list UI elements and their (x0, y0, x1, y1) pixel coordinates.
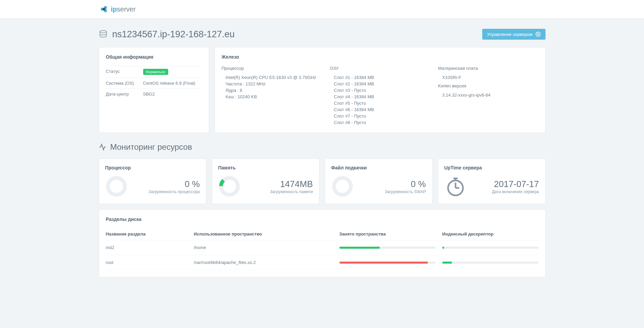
mb-heading: Материнская плата (438, 66, 538, 71)
kernel-version: 3.14.32-xxxx-grs-ipv6-64 (438, 92, 538, 98)
cpu-freq: Частота : 1322 MHz (222, 81, 322, 87)
gear-icon (535, 32, 541, 37)
table-row: root/var/root/lib64/apache_files.so.2 (106, 255, 538, 270)
manage-server-button[interactable]: Управление сервером (482, 29, 545, 40)
svg-point-6 (108, 178, 125, 195)
cpu-gauge-card: Процессор 0 % Загруженность процессора (99, 159, 206, 204)
cpu-cores: Ядра : 8 (222, 87, 322, 94)
table-row: md2/home (106, 240, 538, 255)
mem-gauge-label: Загруженность памяти (270, 189, 313, 194)
disk-title: Разделы диска (106, 217, 538, 222)
svg-point-5 (537, 34, 539, 35)
ram-slot: Слот #4 - 16384 MB (330, 94, 430, 100)
swap-gauge (331, 175, 354, 198)
cpu-gauge-label: Загруженность процессора (148, 189, 200, 194)
svg-point-9 (334, 178, 351, 195)
info-title: Общая информация (106, 54, 202, 60)
disk-path: /home (194, 245, 339, 250)
os-value: CentOS release 6.9 (Final) (143, 81, 196, 86)
ram-heading: ОЗУ (330, 66, 430, 71)
ram-slot: Слот #8 - Пусто (330, 119, 430, 126)
cpu-gauge-value: 0 % (148, 179, 200, 189)
disk-inode-bar (442, 262, 538, 264)
cpu-cache: Кэш : 10240 KB (222, 94, 322, 100)
uptime-title-2: сервера (462, 165, 482, 170)
status-badge: Нормально (143, 69, 168, 75)
mb-model: X10SRi-F (438, 74, 538, 81)
brand-logo[interactable]: ipserver (99, 4, 546, 14)
info-card: Общая информация Статус Нормально Систем… (99, 47, 209, 133)
monitoring-title: Мониторинг ресурсов (110, 142, 192, 152)
disk-card: Разделы диска Название раздела Использов… (99, 209, 546, 277)
uptime-label: Дата включения сервера (492, 189, 539, 194)
logo-icon (99, 4, 109, 14)
disk-col-inode: Индексный дескриптор (442, 231, 538, 237)
swap-gauge-value: 0 % (385, 179, 426, 189)
brand-ip: ip (111, 5, 117, 13)
swap-gauge-title: Файл подкачки (331, 165, 426, 170)
mem-gauge-value: 1474MB (270, 179, 313, 189)
brand-server: server (117, 5, 136, 13)
svg-point-4 (100, 30, 107, 33)
manage-server-label: Управление сервером (487, 32, 532, 37)
hardware-card: Железо Процессор Intel(R) Xeon(R) CPU E5… (215, 47, 546, 133)
mem-gauge-card: Память 1474MB Загруженность памяти (212, 159, 319, 204)
dc-value: SBG2 (143, 91, 155, 97)
activity-icon (99, 143, 106, 151)
svg-point-3 (103, 8, 105, 11)
status-label: Статус (106, 69, 143, 75)
disk-path: /var/root/lib64/apache_files.so.2 (194, 260, 339, 265)
ram-slot: Слот #2 - 16384 MB (330, 81, 430, 87)
database-icon (99, 30, 108, 39)
disk-col-space: Занято пространства (339, 231, 442, 237)
page-header: ns1234567.ip-192-168-127.eu Управление с… (99, 29, 546, 40)
swap-gauge-card: Файл подкачки 0 % Загруженность SWAP (325, 159, 432, 204)
hostname: ns1234567.ip-192-168-127.eu (112, 29, 235, 40)
ram-slot: Слот #5 - Пусто (330, 100, 430, 106)
disk-inode-bar (442, 247, 538, 249)
hw-title: Железо (222, 54, 538, 60)
uptime-card: UpTime сервера 2017-07-17 Дата включения… (438, 159, 546, 204)
kernel-heading: Kerlen версия (438, 83, 538, 88)
ram-slot: Слот #6 - 16384 MB (330, 106, 430, 113)
cpu-gauge-title: Процессор (105, 165, 200, 170)
disk-name: root (106, 260, 194, 265)
os-label: Система (OS) (106, 81, 143, 86)
dc-label: Дата-центр (106, 91, 143, 97)
mem-gauge-title: Память (218, 165, 313, 170)
ram-slot: Слот #7 - Пусто (330, 113, 430, 119)
ram-slot: Слот #3 - Пусто (330, 87, 430, 94)
disk-col-used: Использованное пространство (194, 231, 339, 237)
swap-gauge-label: Загруженность SWAP (385, 189, 426, 194)
mem-gauge (218, 175, 241, 198)
uptime-value: 2017-07-17 (492, 179, 539, 189)
disk-space-bar (339, 247, 442, 249)
disk-name: md2 (106, 245, 194, 250)
top-bar: ipserver (0, 0, 644, 19)
disk-space-bar (339, 262, 442, 264)
cpu-model: Intel(R) Xeon(R) CPU E5-1630 v3 @ 3.70GH… (222, 74, 322, 81)
disk-col-name: Название раздела (106, 231, 194, 237)
cpu-heading: Процессор (222, 66, 322, 71)
stopwatch-icon (444, 175, 467, 198)
cpu-gauge (105, 175, 128, 198)
uptime-title-1: UpTime (444, 165, 462, 170)
ram-slot: Слот #1 - 16384 MB (330, 74, 430, 81)
